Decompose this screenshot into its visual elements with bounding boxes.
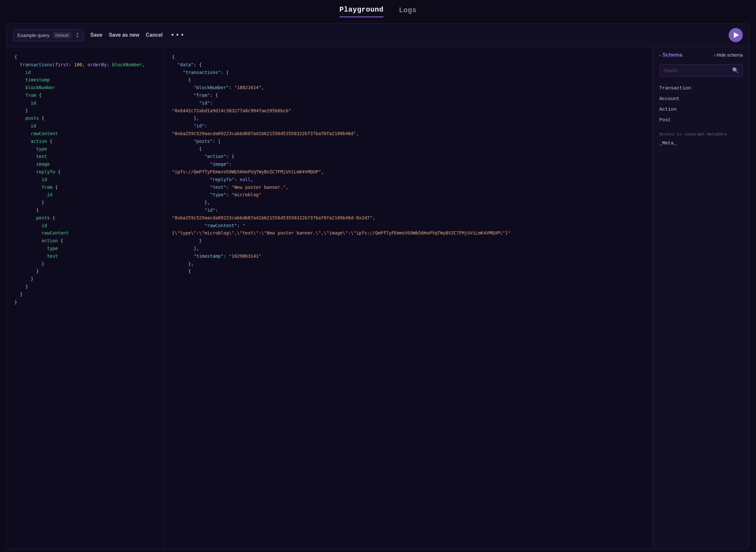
arrow-down-icon[interactable]: ▼	[75, 35, 80, 38]
query-badge: Default	[53, 32, 71, 38]
query-name: Example query	[17, 32, 49, 38]
save-as-new-button[interactable]: Save as new	[109, 31, 139, 39]
result-pane[interactable]: { "data": { "transactions": [ { "blockNu…	[164, 47, 653, 549]
schema-items-list: Transaction Account Action Post	[659, 83, 743, 125]
schema-pane: ‹ Schema › Hide schema 🔍 Transaction Acc…	[653, 47, 749, 549]
content-area: { transactions(first: 100, orderBy: bloc…	[7, 47, 749, 549]
editor-pane[interactable]: { transactions(first: 100, orderBy: bloc…	[7, 47, 164, 549]
query-arrows[interactable]: ▲ ▼	[75, 32, 80, 38]
schema-meta-item[interactable]: _Meta_	[659, 138, 743, 149]
toolbar: Example query Default ▲ ▼ Save Save as n…	[7, 23, 749, 47]
query-selector[interactable]: Example query Default ▲ ▼	[13, 29, 84, 41]
nav-playground[interactable]: Playground	[339, 6, 383, 17]
hide-schema-chevron-icon: ›	[714, 52, 716, 57]
schema-search[interactable]: 🔍	[659, 64, 743, 77]
schema-item-transaction[interactable]: Transaction	[659, 83, 743, 94]
schema-title-label: Schema	[663, 52, 682, 58]
search-icon: 🔍	[732, 67, 739, 74]
result-content: { "data": { "transactions": [ { "blockNu…	[172, 53, 645, 275]
save-button[interactable]: Save	[90, 31, 102, 39]
schema-title[interactable]: ‹ Schema	[659, 52, 683, 58]
schema-item-account[interactable]: Account	[659, 94, 743, 104]
top-nav: Playground Logs	[0, 0, 756, 21]
main-container: Example query Default ▲ ▼ Save Save as n…	[6, 23, 750, 549]
schema-chevron-icon: ‹	[659, 53, 660, 57]
schema-header: ‹ Schema › Hide schema	[659, 52, 743, 58]
nav-logs[interactable]: Logs	[399, 6, 417, 17]
schema-item-post[interactable]: Post	[659, 115, 743, 125]
hide-schema-label: Hide schema	[717, 52, 743, 57]
run-button[interactable]	[729, 28, 743, 42]
schema-meta-label: Access to subgraph metadata	[659, 132, 743, 137]
schema-item-action[interactable]: Action	[659, 104, 743, 115]
cancel-button[interactable]: Cancel	[146, 31, 163, 39]
schema-search-input[interactable]	[664, 68, 730, 73]
editor-content: { transactions(first: 100, orderBy: bloc…	[14, 53, 156, 306]
arrow-up-icon[interactable]: ▲	[75, 32, 80, 35]
more-options-icon[interactable]: •••	[170, 31, 185, 39]
hide-schema-button[interactable]: › Hide schema	[714, 52, 743, 57]
run-icon	[734, 32, 739, 38]
